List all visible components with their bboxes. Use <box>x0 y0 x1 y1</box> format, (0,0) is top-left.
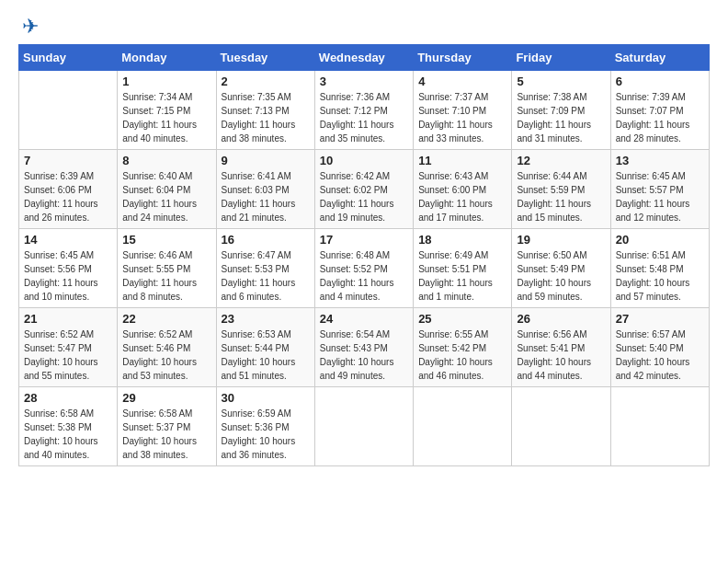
day-detail: Sunrise: 6:41 AMSunset: 6:03 PMDaylight:… <box>222 169 310 224</box>
calendar-cell: 12Sunrise: 6:44 AMSunset: 5:59 PMDayligh… <box>512 150 610 229</box>
header-day-tuesday: Tuesday <box>216 45 314 71</box>
day-number: 15 <box>122 233 210 247</box>
day-detail: Sunrise: 6:49 AMSunset: 5:51 PMDaylight:… <box>418 248 506 304</box>
calendar-cell: 3Sunrise: 7:36 AMSunset: 7:12 PMDaylight… <box>314 71 413 150</box>
day-number: 24 <box>320 312 408 326</box>
week-row-5: 28Sunrise: 6:58 AMSunset: 5:38 PMDayligh… <box>19 387 710 466</box>
calendar-table: SundayMondayTuesdayWednesdayThursdayFrid… <box>18 44 710 466</box>
day-detail: Sunrise: 7:37 AMSunset: 7:10 PMDaylight:… <box>418 90 506 145</box>
calendar-cell: 16Sunrise: 6:47 AMSunset: 5:53 PMDayligh… <box>216 229 314 308</box>
calendar-cell: 24Sunrise: 6:54 AMSunset: 5:43 PMDayligh… <box>314 308 413 387</box>
calendar-cell <box>414 387 512 466</box>
day-number: 11 <box>418 154 506 167</box>
day-detail: Sunrise: 6:47 AMSunset: 5:53 PMDaylight:… <box>222 248 310 304</box>
day-detail: Sunrise: 7:38 AMSunset: 7:09 PMDaylight:… <box>517 90 605 145</box>
calendar-cell: 30Sunrise: 6:59 AMSunset: 5:36 PMDayligh… <box>216 387 314 466</box>
day-detail: Sunrise: 6:52 AMSunset: 5:47 PMDaylight:… <box>24 327 112 383</box>
calendar-cell: 28Sunrise: 6:58 AMSunset: 5:38 PMDayligh… <box>19 387 118 466</box>
day-detail: Sunrise: 6:44 AMSunset: 5:59 PMDaylight:… <box>517 169 605 224</box>
day-number: 5 <box>517 75 605 88</box>
calendar-cell: 19Sunrise: 6:50 AMSunset: 5:49 PMDayligh… <box>512 229 610 308</box>
day-detail: Sunrise: 6:58 AMSunset: 5:38 PMDaylight:… <box>24 407 112 462</box>
day-number: 16 <box>222 233 310 247</box>
calendar-cell: 27Sunrise: 6:57 AMSunset: 5:40 PMDayligh… <box>610 308 709 387</box>
day-number: 12 <box>517 154 605 167</box>
day-number: 23 <box>222 312 310 326</box>
logo-bird-icon: ✈ <box>22 15 39 39</box>
day-number: 25 <box>418 312 506 326</box>
day-number: 6 <box>616 75 704 88</box>
calendar-cell: 2Sunrise: 7:35 AMSunset: 7:13 PMDaylight… <box>216 71 314 150</box>
day-number: 7 <box>24 154 112 167</box>
day-detail: Sunrise: 6:55 AMSunset: 5:42 PMDaylight:… <box>418 327 506 383</box>
day-number: 26 <box>517 312 605 326</box>
day-number: 30 <box>222 391 310 405</box>
day-number: 27 <box>616 312 704 326</box>
calendar-cell: 23Sunrise: 6:53 AMSunset: 5:44 PMDayligh… <box>216 308 314 387</box>
header-day-friday: Friday <box>512 45 610 71</box>
calendar-cell: 22Sunrise: 6:52 AMSunset: 5:46 PMDayligh… <box>118 308 216 387</box>
day-detail: Sunrise: 6:56 AMSunset: 5:41 PMDaylight:… <box>517 327 605 383</box>
logo: ✈ <box>18 15 39 39</box>
calendar-cell: 9Sunrise: 6:41 AMSunset: 6:03 PMDaylight… <box>216 150 314 229</box>
calendar-cell: 8Sunrise: 6:40 AMSunset: 6:04 PMDaylight… <box>118 150 216 229</box>
day-number: 9 <box>222 154 310 167</box>
calendar-cell: 17Sunrise: 6:48 AMSunset: 5:52 PMDayligh… <box>314 229 413 308</box>
day-number: 21 <box>24 312 112 326</box>
day-detail: Sunrise: 6:40 AMSunset: 6:04 PMDaylight:… <box>122 169 210 224</box>
header-day-monday: Monday <box>118 45 216 71</box>
day-number: 13 <box>616 154 704 167</box>
day-detail: Sunrise: 7:36 AMSunset: 7:12 PMDaylight:… <box>320 90 408 145</box>
week-row-1: 1Sunrise: 7:34 AMSunset: 7:15 PMDaylight… <box>19 71 710 150</box>
day-number: 8 <box>122 154 210 167</box>
header-day-saturday: Saturday <box>610 45 709 71</box>
day-number: 17 <box>320 233 408 247</box>
day-detail: Sunrise: 6:59 AMSunset: 5:36 PMDaylight:… <box>222 407 310 462</box>
header-row: SundayMondayTuesdayWednesdayThursdayFrid… <box>19 45 710 71</box>
day-number: 14 <box>24 233 112 247</box>
calendar-cell: 29Sunrise: 6:58 AMSunset: 5:37 PMDayligh… <box>118 387 216 466</box>
calendar-cell: 6Sunrise: 7:39 AMSunset: 7:07 PMDaylight… <box>610 71 709 150</box>
day-detail: Sunrise: 6:43 AMSunset: 6:00 PMDaylight:… <box>418 169 506 224</box>
day-detail: Sunrise: 6:46 AMSunset: 5:55 PMDaylight:… <box>122 248 210 304</box>
day-detail: Sunrise: 6:52 AMSunset: 5:46 PMDaylight:… <box>122 327 210 383</box>
day-detail: Sunrise: 6:45 AMSunset: 5:57 PMDaylight:… <box>616 169 704 224</box>
calendar-cell: 4Sunrise: 7:37 AMSunset: 7:10 PMDaylight… <box>414 71 512 150</box>
calendar-cell: 14Sunrise: 6:45 AMSunset: 5:56 PMDayligh… <box>19 229 118 308</box>
calendar-cell <box>19 71 118 150</box>
day-detail: Sunrise: 6:48 AMSunset: 5:52 PMDaylight:… <box>320 248 408 304</box>
calendar-cell: 11Sunrise: 6:43 AMSunset: 6:00 PMDayligh… <box>414 150 512 229</box>
day-detail: Sunrise: 6:42 AMSunset: 6:02 PMDaylight:… <box>320 169 408 224</box>
day-detail: Sunrise: 7:34 AMSunset: 7:15 PMDaylight:… <box>122 90 210 145</box>
day-number: 22 <box>122 312 210 326</box>
day-detail: Sunrise: 6:54 AMSunset: 5:43 PMDaylight:… <box>320 327 408 383</box>
calendar-cell: 15Sunrise: 6:46 AMSunset: 5:55 PMDayligh… <box>118 229 216 308</box>
day-number: 20 <box>616 233 704 247</box>
day-detail: Sunrise: 6:53 AMSunset: 5:44 PMDaylight:… <box>222 327 310 383</box>
day-number: 18 <box>418 233 506 247</box>
day-number: 4 <box>418 75 506 88</box>
day-number: 1 <box>122 75 210 88</box>
calendar-cell: 26Sunrise: 6:56 AMSunset: 5:41 PMDayligh… <box>512 308 610 387</box>
week-row-2: 7Sunrise: 6:39 AMSunset: 6:06 PMDaylight… <box>19 150 710 229</box>
calendar-cell: 25Sunrise: 6:55 AMSunset: 5:42 PMDayligh… <box>414 308 512 387</box>
calendar-cell: 5Sunrise: 7:38 AMSunset: 7:09 PMDaylight… <box>512 71 610 150</box>
day-detail: Sunrise: 6:50 AMSunset: 5:49 PMDaylight:… <box>517 248 605 304</box>
day-detail: Sunrise: 7:39 AMSunset: 7:07 PMDaylight:… <box>616 90 704 145</box>
header-day-wednesday: Wednesday <box>314 45 413 71</box>
calendar-cell: 1Sunrise: 7:34 AMSunset: 7:15 PMDaylight… <box>118 71 216 150</box>
day-detail: Sunrise: 6:57 AMSunset: 5:40 PMDaylight:… <box>616 327 704 383</box>
day-number: 10 <box>320 154 408 167</box>
calendar-cell: 10Sunrise: 6:42 AMSunset: 6:02 PMDayligh… <box>314 150 413 229</box>
day-number: 19 <box>517 233 605 247</box>
day-number: 2 <box>222 75 310 88</box>
calendar-cell <box>314 387 413 466</box>
calendar-cell: 7Sunrise: 6:39 AMSunset: 6:06 PMDaylight… <box>19 150 118 229</box>
header-day-sunday: Sunday <box>19 45 118 71</box>
day-number: 29 <box>122 391 210 405</box>
calendar-cell: 13Sunrise: 6:45 AMSunset: 5:57 PMDayligh… <box>610 150 709 229</box>
page-header: ✈ <box>18 15 710 39</box>
calendar-cell: 18Sunrise: 6:49 AMSunset: 5:51 PMDayligh… <box>414 229 512 308</box>
day-detail: Sunrise: 6:51 AMSunset: 5:48 PMDaylight:… <box>616 248 704 304</box>
calendar-cell: 21Sunrise: 6:52 AMSunset: 5:47 PMDayligh… <box>19 308 118 387</box>
